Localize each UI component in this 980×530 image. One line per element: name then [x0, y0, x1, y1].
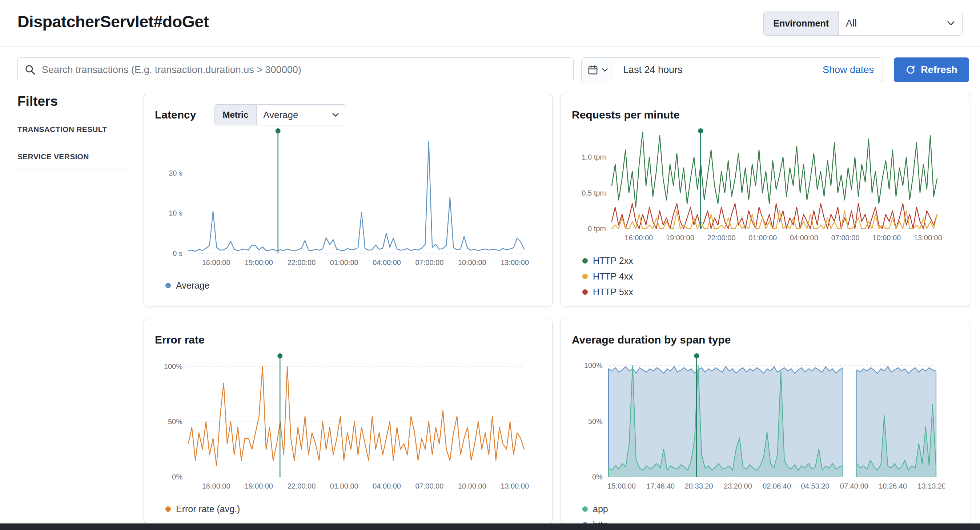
- svg-text:10 s: 10 s: [169, 209, 183, 217]
- legend-item-http-4xx[interactable]: HTTP 4xx: [582, 271, 777, 282]
- refresh-button[interactable]: Refresh: [894, 57, 969, 82]
- legend-dot: [165, 283, 171, 288]
- svg-text:17:46:40: 17:46:40: [646, 482, 675, 490]
- search-bar: [18, 57, 574, 82]
- svg-text:07:40:00: 07:40:00: [840, 482, 869, 490]
- duration-title: Average duration by span type: [572, 334, 731, 346]
- svg-text:20 s: 20 s: [169, 169, 183, 177]
- svg-text:07:00:00: 07:00:00: [415, 482, 444, 490]
- latency-metric-control: Metric Average: [214, 104, 346, 126]
- duration-by-span-type-panel: Average duration by span type 0%50%100%1…: [560, 319, 970, 523]
- requests-title: Requests per minute: [572, 109, 680, 121]
- svg-text:19:00:00: 19:00:00: [245, 258, 273, 266]
- legend-item-error-rate[interactable]: Error rate (avg.): [165, 504, 240, 514]
- svg-text:23:20:00: 23:20:00: [724, 482, 752, 490]
- chevron-down-icon: [332, 113, 339, 117]
- svg-text:15:00:00: 15:00:00: [608, 482, 636, 490]
- legend-label: app: [593, 504, 608, 514]
- metric-select-value: Average: [263, 110, 298, 121]
- svg-text:22:00:00: 22:00:00: [707, 234, 736, 242]
- error-rate-chart: 0%50%100%16:00:0019:00:0022:00:0001:00:0…: [159, 353, 541, 493]
- refresh-button-label: Refresh: [921, 64, 958, 76]
- svg-text:10:00:00: 10:00:00: [872, 234, 901, 242]
- svg-text:0%: 0%: [172, 473, 183, 481]
- legend-dot: [582, 258, 588, 264]
- svg-text:0%: 0%: [592, 473, 603, 481]
- search-icon: [24, 64, 36, 76]
- bottom-panel-edge: [0, 524, 980, 530]
- page-header: DispatcherServlet#doGet Environment All: [0, 0, 980, 47]
- legend-dot: [582, 506, 588, 512]
- svg-text:10:26:40: 10:26:40: [878, 482, 907, 490]
- svg-text:04:00:00: 04:00:00: [372, 482, 401, 490]
- legend-item-average[interactable]: Average: [165, 280, 210, 291]
- requests-per-minute-panel: Requests per minute 0 tpm0.5 tpm1.0 tpm1…: [560, 94, 970, 306]
- svg-text:01:00:00: 01:00:00: [748, 234, 777, 242]
- svg-text:04:00:00: 04:00:00: [372, 258, 401, 266]
- requests-chart: 0 tpm0.5 tpm1.0 tpm16:00:0019:00:0022:00…: [572, 128, 959, 245]
- chevron-down-icon: [947, 21, 955, 26]
- svg-text:13:00:00: 13:00:00: [501, 258, 529, 266]
- date-picker: Last 24 hours Show dates: [581, 57, 883, 82]
- date-range-display[interactable]: Last 24 hours Show dates: [614, 58, 883, 82]
- environment-filter-label: Environment: [764, 11, 838, 35]
- legend-dot: [582, 290, 588, 295]
- legend-label: HTTP 2xx: [593, 256, 633, 266]
- environment-select-value: All: [846, 18, 857, 29]
- latency-panel: Latency Metric Average 0 s10 s20 s16:00:…: [143, 94, 552, 306]
- svg-text:10:00:00: 10:00:00: [458, 258, 486, 266]
- filter-section-service-version[interactable]: SERVICE VERSION: [18, 152, 131, 169]
- legend-item-http-5xx[interactable]: HTTP 5xx: [582, 287, 777, 298]
- svg-text:04:53:20: 04:53:20: [801, 482, 829, 490]
- svg-text:07:00:00: 07:00:00: [415, 258, 444, 266]
- svg-text:100%: 100%: [164, 363, 183, 371]
- svg-text:22:00:00: 22:00:00: [287, 258, 315, 266]
- svg-text:13:00:00: 13:00:00: [914, 234, 942, 242]
- svg-text:0 tpm: 0 tpm: [588, 224, 606, 232]
- legend-dot: [582, 274, 588, 279]
- metric-label: Metric: [214, 104, 257, 126]
- svg-text:13:13:20: 13:13:20: [918, 482, 945, 490]
- svg-text:07:00:00: 07:00:00: [831, 234, 860, 242]
- latency-title: Latency: [155, 109, 196, 121]
- legend-item-http-2xx[interactable]: HTTP 2xx: [582, 256, 777, 266]
- filter-section-transaction-result[interactable]: TRANSACTION RESULT: [18, 125, 131, 142]
- legend-label: HTTP 4xx: [593, 271, 633, 282]
- date-range-value: Last 24 hours: [623, 64, 682, 76]
- filters-heading: Filters: [18, 94, 131, 109]
- svg-text:1.0 tpm: 1.0 tpm: [582, 153, 606, 161]
- error-rate-legend: Error rate (avg.): [165, 504, 541, 519]
- svg-text:19:00:00: 19:00:00: [245, 482, 273, 490]
- svg-text:0 s: 0 s: [173, 249, 183, 257]
- environment-filter: Environment All: [764, 11, 963, 36]
- svg-text:22:00:00: 22:00:00: [287, 482, 315, 490]
- filter-section-label: TRANSACTION RESULT: [18, 125, 107, 134]
- svg-text:01:00:00: 01:00:00: [330, 258, 358, 266]
- latency-chart: 0 s10 s20 s16:00:0019:00:0022:00:0001:00…: [159, 128, 541, 270]
- duration-chart: 0%50%100%15:00:0017:46:4020:33:2023:20:0…: [572, 353, 959, 493]
- environment-select[interactable]: All: [838, 11, 962, 35]
- svg-text:50%: 50%: [588, 417, 603, 425]
- date-quick-select-button[interactable]: [582, 58, 614, 82]
- svg-text:16:00:00: 16:00:00: [202, 482, 231, 490]
- requests-legend: HTTP 2xx HTTP 4xx HTTP 5xx: [582, 256, 959, 302]
- legend-label: HTTP 5xx: [593, 287, 633, 298]
- metric-select[interactable]: Average: [257, 104, 346, 126]
- svg-text:01:00:00: 01:00:00: [330, 482, 358, 490]
- search-input[interactable]: [41, 64, 573, 76]
- filter-section-label: SERVICE VERSION: [18, 152, 89, 161]
- show-dates-link[interactable]: Show dates: [822, 64, 874, 76]
- legend-item-app[interactable]: app: [582, 504, 777, 514]
- svg-text:19:00:00: 19:00:00: [666, 234, 694, 242]
- legend-label: Average: [176, 280, 210, 291]
- legend-dot: [165, 506, 171, 512]
- refresh-icon: [905, 65, 916, 75]
- calendar-icon: [587, 64, 598, 75]
- svg-text:16:00:00: 16:00:00: [625, 234, 653, 242]
- svg-text:16:00:00: 16:00:00: [202, 258, 231, 266]
- page-title: DispatcherServlet#doGet: [18, 12, 208, 31]
- svg-text:100%: 100%: [584, 361, 603, 369]
- svg-text:02:06:40: 02:06:40: [763, 482, 791, 490]
- legend-label: Error rate (avg.): [176, 504, 240, 514]
- latency-legend: Average: [165, 280, 541, 296]
